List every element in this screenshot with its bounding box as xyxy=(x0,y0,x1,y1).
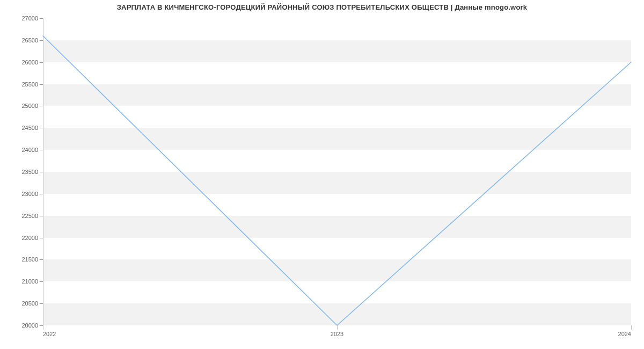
y-tick xyxy=(40,40,43,41)
x-tick-label: 2024 xyxy=(618,331,631,337)
x-tick-label: 2023 xyxy=(331,331,343,337)
y-tick xyxy=(40,150,43,150)
plot-area: 2000020500210002150022000225002300023500… xyxy=(43,18,631,325)
y-tick xyxy=(40,259,43,260)
y-tick-label: 26000 xyxy=(21,59,38,66)
x-tick-label: 2022 xyxy=(43,331,56,337)
y-tick-label: 21000 xyxy=(21,278,38,285)
y-tick xyxy=(40,62,43,63)
y-tick xyxy=(40,128,43,128)
y-tick-label: 27000 xyxy=(21,15,38,21)
chart-container: ЗАРПЛАТА В КИЧМЕНГСКО-ГОРОДЕЦКИЙ РАЙОННЫ… xyxy=(0,0,644,349)
y-tick-label: 20500 xyxy=(21,300,38,307)
y-tick-label: 23500 xyxy=(21,169,38,175)
y-tick-label: 22000 xyxy=(21,235,38,241)
y-tick-label: 20000 xyxy=(21,322,38,329)
y-tick-label: 26500 xyxy=(21,37,38,43)
y-tick xyxy=(40,216,43,216)
x-tick xyxy=(337,325,338,330)
y-tick xyxy=(40,172,43,172)
y-tick-label: 25500 xyxy=(21,81,38,88)
y-tick-label: 24500 xyxy=(21,125,38,131)
y-tick-label: 21500 xyxy=(21,256,38,263)
y-tick xyxy=(40,238,43,238)
x-tick xyxy=(631,325,632,330)
chart-title: ЗАРПЛАТА В КИЧМЕНГСКО-ГОРОДЕЦКИЙ РАЙОННЫ… xyxy=(0,3,644,11)
y-tick-label: 24000 xyxy=(21,147,38,153)
y-tick-label: 22500 xyxy=(21,213,38,219)
line-series xyxy=(43,18,631,325)
y-tick-label: 23000 xyxy=(21,191,38,197)
y-tick-label: 25000 xyxy=(21,103,38,109)
y-tick xyxy=(40,303,43,304)
y-tick xyxy=(40,281,43,282)
y-tick xyxy=(40,84,43,85)
x-tick xyxy=(43,325,43,330)
y-tick xyxy=(40,194,43,194)
y-tick xyxy=(40,18,43,19)
y-tick xyxy=(40,106,43,106)
